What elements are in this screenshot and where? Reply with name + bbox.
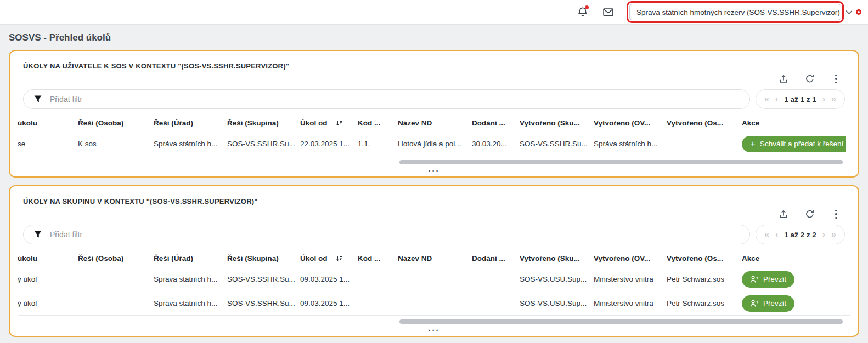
cell-resi-osoba: K sos	[78, 140, 154, 148]
next-page-button[interactable]: ›	[822, 230, 825, 239]
col-resi-skupina[interactable]: Řeší (Skupina)	[227, 119, 300, 127]
cell-vytvoreno-sku: SOS-VS.SSHR.Su...	[520, 140, 594, 148]
col-vytvoreno-ov[interactable]: Vytvořeno (OV...	[594, 254, 667, 262]
col-vytvoreno-sku[interactable]: Vytvořeno (Sku...	[520, 254, 594, 262]
cell-vytvoreno-os: Petr Schwarz.sos	[667, 275, 742, 283]
next-page-button[interactable]: ›	[822, 95, 825, 104]
col-ukol-od[interactable]: Úkol od	[300, 119, 358, 127]
filter-funnel-icon	[33, 230, 42, 239]
last-page-button[interactable]: »	[831, 95, 836, 104]
prev-page-button[interactable]: ‹	[775, 95, 778, 104]
col-vytvoreno-ov[interactable]: Vytvořeno (OV...	[594, 119, 667, 127]
sort-descending-icon	[335, 255, 343, 262]
person-add-icon	[750, 276, 759, 283]
expand-rows-handle[interactable]: ...	[10, 165, 858, 174]
take-over-button[interactable]: Převzít	[742, 295, 794, 312]
cell-resi-skupina: SOS-VS.SSHR.Su...	[227, 299, 300, 307]
context-dropdown-value: Správa státních hmotných rezerv (SOS-VS.…	[636, 8, 840, 16]
person-add-icon	[750, 300, 759, 307]
export-icon	[779, 209, 788, 219]
messages-button[interactable]	[601, 5, 615, 19]
page-title: SOSVS - Přehled úkolů	[9, 32, 859, 43]
col-vytvoreno-os[interactable]: Vytvořeno (Os...	[667, 119, 742, 127]
col-nazev-nd[interactable]: Název ND	[398, 254, 472, 262]
table-header: úkolu Řeší (Osoba) Řeší (Úřad) Řeší (Sku…	[18, 115, 850, 132]
col-resi-osoba[interactable]: Řeší (Osoba)	[78, 119, 154, 127]
refresh-button[interactable]	[804, 209, 815, 220]
col-vytvoreno-sku[interactable]: Vytvořeno (Sku...	[520, 119, 594, 127]
pagination-range: 1 až 1 z 1	[784, 95, 816, 104]
cell-vytvoreno-os: Petr Schwarz.sos	[667, 299, 742, 307]
cell-ukol-od: 09.03.2025 1...	[300, 275, 358, 283]
col-resi-osoba[interactable]: Řeší (Osoba)	[78, 254, 154, 262]
col-vytvoreno-os[interactable]: Vytvořeno (Os...	[667, 254, 742, 262]
cell-vytvoreno-sku: SOS-VS.USU.Sup...	[520, 275, 594, 283]
col-dodani[interactable]: Dodání ...	[472, 254, 520, 262]
panel-user-tools	[10, 71, 858, 86]
export-icon	[779, 74, 788, 84]
panel-group-tasks: ÚKOLY NA SKUPINU V KONTEXTU "(SOS-VS.SSH…	[9, 185, 859, 337]
take-over-button[interactable]: Převzít	[742, 271, 794, 288]
col-kod[interactable]: Kód ...	[358, 119, 398, 127]
approve-and-forward-button[interactable]: + Schválit a předat k řešení	[742, 136, 846, 152]
scrollbar-thumb[interactable]	[399, 319, 843, 324]
cell-vytvoreno-ov: Ministerstvo vnitra	[594, 275, 667, 283]
cell-resi-skupina: SOS-VS.SSHR.Su...	[227, 275, 300, 283]
col-akce: Akce	[742, 119, 846, 127]
col-resi-skupina[interactable]: Řeší (Skupina)	[227, 254, 300, 262]
col-kod[interactable]: Kód ...	[358, 254, 398, 262]
col-ukolu[interactable]: úkolu	[18, 254, 78, 262]
refresh-button[interactable]	[804, 73, 815, 84]
panel-group-head: ÚKOLY NA SKUPINU V KONTEXTU "(SOS-VS.SSH…	[10, 192, 858, 206]
col-dodani[interactable]: Dodání ...	[472, 119, 520, 127]
panel-group-title: ÚKOLY NA SKUPINU V KONTEXTU "(SOS-VS.SSH…	[23, 197, 258, 205]
table-row[interactable]: ý úkol Správa státních h... SOS-VS.SSHR.…	[18, 267, 850, 291]
expand-rows-handle[interactable]: ...	[10, 325, 858, 334]
cell-akce: + Schválit a předat k řešení	[742, 136, 846, 152]
col-resi-urad[interactable]: Řeší (Úřad)	[154, 254, 227, 262]
filter-input[interactable]	[50, 230, 740, 239]
prev-page-button[interactable]: ‹	[775, 230, 778, 239]
pagination-range: 1 až 2 z 2	[784, 231, 816, 239]
export-button[interactable]	[778, 209, 789, 220]
notifications-button[interactable]	[576, 5, 589, 19]
cell-resi-urad: Správa státních h...	[154, 140, 227, 148]
context-dropdown[interactable]: Správa státních hmotných rezerv (SOS-VS.…	[629, 4, 841, 20]
filter-bar[interactable]	[23, 225, 750, 244]
filter-bar[interactable]	[23, 89, 750, 109]
cell-ukol-od: 22.03.2025 1...	[300, 140, 358, 148]
pagination: « ‹ 1 až 1 z 1 › »	[756, 89, 845, 109]
kebab-icon	[835, 75, 837, 84]
first-page-button[interactable]: «	[764, 95, 769, 104]
cell-kod: 1.1.	[358, 140, 398, 148]
panel-user-toolbar: « ‹ 1 až 1 z 1 › »	[10, 86, 858, 115]
cell-akce: Převzít	[742, 271, 846, 288]
cell-resi-skupina: SOS-VS.SSHR.Su...	[227, 140, 300, 148]
cell-resi-urad: Správa státních h...	[154, 275, 227, 283]
col-resi-urad[interactable]: Řeší (Úřad)	[154, 119, 227, 127]
cell-ukolu: se	[18, 140, 78, 148]
table-row[interactable]: ý úkol Správa státních h... SOS-VS.SSHR.…	[18, 291, 850, 316]
panel-menu-button[interactable]	[831, 209, 842, 220]
col-ukol-od[interactable]: Úkol od	[300, 254, 358, 262]
pagination: « ‹ 1 až 2 z 2 › »	[756, 225, 845, 244]
panel-menu-button[interactable]	[831, 73, 842, 84]
sort-descending-icon	[335, 119, 343, 127]
notification-badge	[585, 5, 589, 9]
panel-user-head: ÚKOLY NA UŽIVATELE K SOS V KONTEXTU "(SO…	[10, 56, 858, 71]
filter-input[interactable]	[50, 95, 740, 104]
first-page-button[interactable]: «	[764, 230, 769, 239]
last-page-button[interactable]: »	[831, 230, 836, 239]
col-akce: Akce	[742, 254, 846, 262]
scrollbar-thumb[interactable]	[399, 160, 843, 164]
cell-resi-urad: Správa státních h...	[154, 299, 227, 307]
cell-vytvoreno-ov: Správa státních h...	[594, 140, 667, 148]
col-nazev-nd[interactable]: Název ND	[398, 119, 472, 127]
col-ukolu[interactable]: úkolu	[18, 119, 78, 127]
export-button[interactable]	[778, 73, 789, 84]
top-bar: Správa státních hmotných rezerv (SOS-VS.…	[0, 0, 868, 25]
table-row[interactable]: se K sos Správa státních h... SOS-VS.SSH…	[18, 132, 850, 156]
panel-group-tools	[10, 206, 858, 221]
horizontal-scrollbar	[25, 319, 843, 324]
topbar-actions: Správa státních hmotných rezerv (SOS-VS.…	[576, 1, 868, 23]
